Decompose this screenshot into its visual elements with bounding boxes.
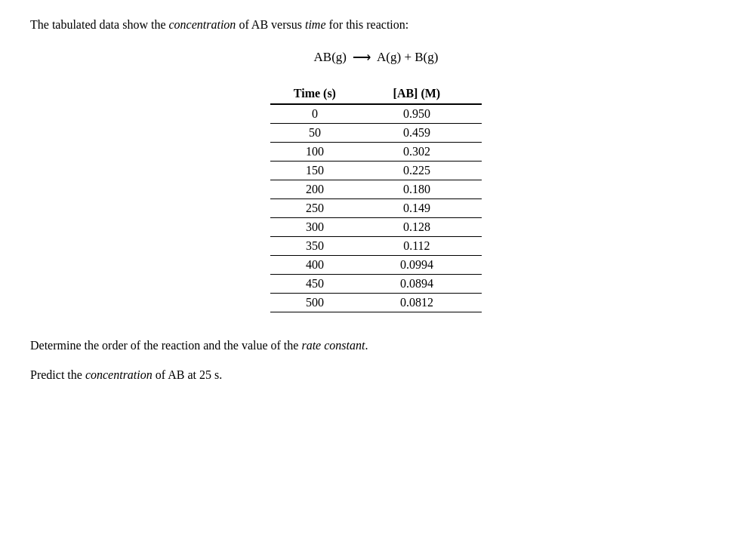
- time-italic: time: [305, 18, 326, 31]
- intro-paragraph: The tabulated data show the concentratio…: [30, 15, 722, 35]
- equation-reactant: AB(g): [314, 50, 347, 65]
- question1-text-before: Determine the order of the reaction and …: [30, 339, 301, 352]
- cell-concentration: 0.112: [367, 236, 482, 255]
- equation-block: AB(g) ⟶ A(g) + B(g): [30, 50, 722, 66]
- question1-text-after: .: [365, 339, 368, 352]
- cell-time: 0: [270, 104, 367, 124]
- question2-paragraph: Predict the concentration of AB at 25 s.: [30, 365, 722, 385]
- question1-paragraph: Determine the order of the reaction and …: [30, 335, 722, 355]
- table-row: 3000.128: [270, 217, 482, 236]
- table-row: 4000.0994: [270, 255, 482, 274]
- intro-text-mid: of AB versus: [236, 18, 305, 31]
- cell-time: 150: [270, 161, 367, 180]
- cell-concentration: 0.0894: [367, 274, 482, 293]
- cell-time: 250: [270, 198, 367, 217]
- cell-time: 400: [270, 255, 367, 274]
- question2-text-after: of AB at 25 s.: [153, 368, 222, 381]
- cell-time: 450: [270, 274, 367, 293]
- data-table-wrapper: Time (s) [AB] (M) 00.950500.4591000.3021…: [30, 84, 722, 312]
- cell-concentration: 0.0994: [367, 255, 482, 274]
- cell-concentration: 0.302: [367, 142, 482, 161]
- cell-concentration: 0.0812: [367, 293, 482, 312]
- col-concentration-header: [AB] (M): [367, 84, 482, 104]
- chemical-equation: AB(g) ⟶ A(g) + B(g): [314, 50, 439, 66]
- table-row: 2500.149: [270, 198, 482, 217]
- intro-text-before: The tabulated data show the: [30, 18, 169, 31]
- concentration-italic: concentration: [169, 18, 236, 31]
- equation-arrow: ⟶: [353, 50, 371, 66]
- cell-time: 100: [270, 142, 367, 161]
- cell-time: 350: [270, 236, 367, 255]
- equation-products: A(g) + B(g): [377, 50, 438, 65]
- cell-concentration: 0.950: [367, 104, 482, 124]
- table-row: 500.459: [270, 123, 482, 142]
- cell-time: 50: [270, 123, 367, 142]
- table-row: 1500.225: [270, 161, 482, 180]
- cell-concentration: 0.128: [367, 217, 482, 236]
- cell-time: 500: [270, 293, 367, 312]
- cell-time: 300: [270, 217, 367, 236]
- question2-text-before: Predict the: [30, 368, 85, 381]
- concentration-time-table: Time (s) [AB] (M) 00.950500.4591000.3021…: [270, 84, 482, 312]
- rate-constant-italic: rate constant: [301, 339, 365, 352]
- table-row: 5000.0812: [270, 293, 482, 312]
- intro-text-end: for this reaction:: [325, 18, 408, 31]
- table-row: 3500.112: [270, 236, 482, 255]
- table-row: 00.950: [270, 104, 482, 124]
- table-row: 2000.180: [270, 180, 482, 198]
- cell-concentration: 0.149: [367, 198, 482, 217]
- bottom-questions: Determine the order of the reaction and …: [30, 335, 722, 385]
- col-time-header: Time (s): [270, 84, 367, 104]
- cell-concentration: 0.459: [367, 123, 482, 142]
- cell-concentration: 0.225: [367, 161, 482, 180]
- concentration2-italic: concentration: [85, 368, 153, 381]
- table-row: 1000.302: [270, 142, 482, 161]
- cell-concentration: 0.180: [367, 180, 482, 198]
- table-header-row: Time (s) [AB] (M): [270, 84, 482, 104]
- cell-time: 200: [270, 180, 367, 198]
- table-row: 4500.0894: [270, 274, 482, 293]
